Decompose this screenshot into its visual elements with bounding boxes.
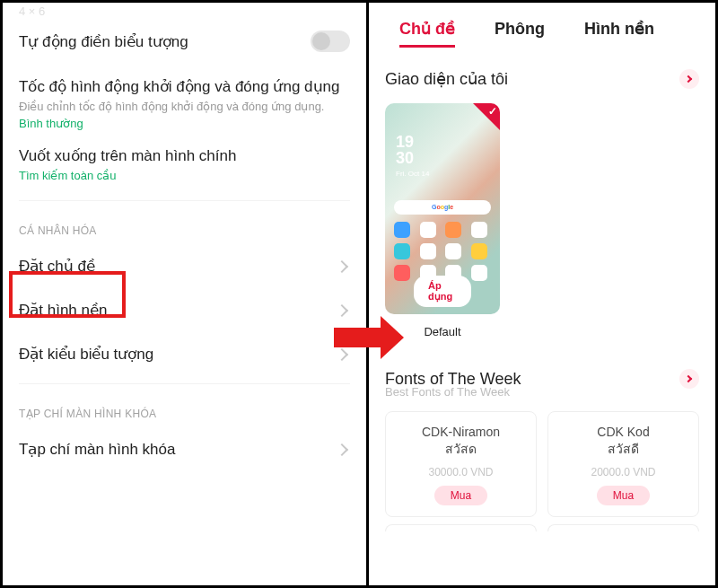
highlight-annotation <box>9 271 126 318</box>
swipe-down-row[interactable]: Vuốt xuống trên màn hình chính <box>3 141 366 169</box>
fonts-week-sub: Best Fonts of The Week <box>369 385 715 399</box>
chevron-right-icon[interactable] <box>679 69 699 89</box>
tab-bar: Chủ đề Phông Hình nền <box>369 3 715 44</box>
lockscreen-mag-header: TẠP CHÍ MÀN HÌNH KHÓA <box>3 391 366 427</box>
buy-button[interactable]: Mua <box>597 486 650 505</box>
separator <box>19 200 350 201</box>
font-price: 30000.0 VND <box>393 466 529 478</box>
font-name: CDK Kod <box>556 425 691 439</box>
anim-speed-row[interactable]: Tốc độ hình động khởi động và đóng ứng d… <box>3 65 366 100</box>
my-ui-title: Giao diện của tôi <box>385 69 508 89</box>
auto-fill-toggle[interactable] <box>311 31 350 52</box>
anim-speed-title: Tốc độ hình động khởi động và đóng ứng d… <box>19 77 339 96</box>
anim-speed-value: Bình thường <box>3 117 366 141</box>
tab-font[interactable]: Phông <box>495 20 545 39</box>
chevron-right-icon <box>336 303 348 316</box>
apply-button[interactable]: Áp dụng <box>414 276 471 307</box>
set-icon-style-label: Đặt kiểu biểu tượng <box>19 345 153 364</box>
separator <box>19 383 350 384</box>
set-icon-style-row[interactable]: Đặt kiểu biểu tượng <box>3 332 366 376</box>
preview-search: Google <box>394 200 491 215</box>
font-sample: สวัสดี <box>556 439 691 459</box>
anim-speed-sub: Điều chỉnh tốc độ hình động khởi động và… <box>3 100 366 117</box>
font-card[interactable]: CDK Kod สวัสดี 20000.0 VND Mua <box>547 411 699 517</box>
lockscreen-mag-row[interactable]: Tạp chí màn hình khóa <box>3 427 366 471</box>
auto-fill-title: Tự động điền biểu tượng <box>19 32 188 51</box>
preview-icon-grid <box>385 220 500 283</box>
auto-fill-row[interactable]: Tự động điền biểu tượng <box>3 18 366 65</box>
swipe-down-value: Tìm kiếm toàn cầu <box>3 169 366 193</box>
bottom-card-row <box>369 517 715 531</box>
my-ui-header[interactable]: Giao diện của tôi <box>369 44 715 98</box>
font-price: 20000.0 VND <box>556 466 691 478</box>
tab-wallpaper[interactable]: Hình nền <box>584 19 654 39</box>
chevron-right-icon[interactable] <box>679 369 699 389</box>
personalization-header: CÁ NHÂN HÓA <box>3 208 366 244</box>
selected-check-icon <box>473 103 500 130</box>
font-card[interactable]: CDK-Niramon สวัสด 30000.0 VND Mua <box>385 411 537 517</box>
theme-card[interactable]: 1930 Fri. Oct 14 Google Áp dụng Default <box>385 103 500 338</box>
swipe-down-title: Vuốt xuống trên màn hình chính <box>19 146 236 165</box>
chevron-right-icon <box>336 259 348 272</box>
arrow-annotation <box>334 316 404 359</box>
preview-date: Fri. Oct 14 <box>385 166 500 179</box>
lockscreen-mag-label: Tạp chí màn hình khóa <box>19 440 175 459</box>
grid-size-label: 4 × 6 <box>3 4 366 18</box>
theme-store-panel: Chủ đề Phông Hình nền Giao diện của tôi … <box>369 3 715 585</box>
font-card-list: CDK-Niramon สวัสด 30000.0 VND Mua CDK Ko… <box>369 399 715 517</box>
buy-button[interactable]: Mua <box>434 486 487 505</box>
fonts-week-header[interactable]: Fonts of The Week <box>369 338 715 389</box>
tab-theme[interactable]: Chủ đề <box>399 19 455 39</box>
font-name: CDK-Niramon <box>393 425 529 439</box>
theme-preview: 1930 Fri. Oct 14 Google Áp dụng <box>385 103 500 314</box>
chevron-right-icon <box>336 443 348 455</box>
font-sample: สวัสด <box>393 439 529 459</box>
